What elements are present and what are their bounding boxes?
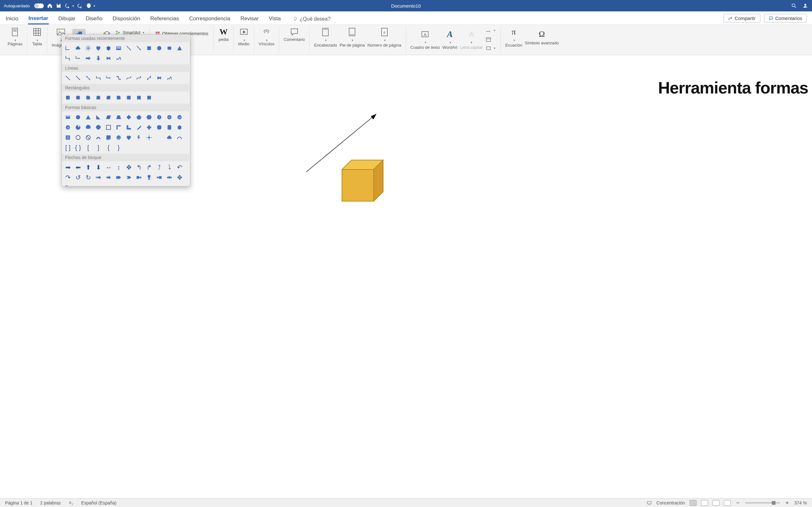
basic-can[interactable] <box>165 123 173 131</box>
status-page[interactable]: Página 1 de 1 <box>5 500 32 505</box>
zoom-in-button[interactable]: + <box>784 500 790 506</box>
shape-square[interactable] <box>145 44 153 52</box>
basic-diamond[interactable] <box>125 113 133 121</box>
basic-trapezoid[interactable] <box>114 113 123 121</box>
qat-customize-icon[interactable]: ▾ <box>94 4 95 8</box>
share-presence-icon[interactable] <box>803 3 808 9</box>
line-simple[interactable] <box>64 74 72 82</box>
share-button[interactable]: Compartir <box>723 14 760 22</box>
wordart-button[interactable]: A▾ WordArt <box>443 29 457 50</box>
basic-decagon[interactable]: 10 <box>175 113 184 121</box>
line-elbow-arrow[interactable] <box>104 74 113 82</box>
line-elbow[interactable] <box>94 74 102 82</box>
arrow-bent-left[interactable]: ↰ <box>135 163 143 171</box>
basic-brace-pair[interactable]: { } <box>74 144 82 152</box>
view-web-layout[interactable] <box>701 500 708 506</box>
basic-parallelogram[interactable] <box>104 113 113 121</box>
basic-l-shape[interactable] <box>125 123 133 131</box>
tab-inicio[interactable]: Inicio <box>5 15 19 24</box>
shape-triangle[interactable] <box>175 44 184 52</box>
basic-chord[interactable] <box>84 123 92 131</box>
shape-text-box[interactable] <box>114 44 123 52</box>
shape-heart[interactable] <box>94 44 102 52</box>
shape-rounded-rect[interactable] <box>165 44 173 52</box>
basic-oval[interactable] <box>74 113 82 121</box>
arrow-circular[interactable]: ↻ <box>64 183 72 186</box>
arrow-bent-right[interactable]: ↱ <box>145 163 153 171</box>
tell-me-search[interactable]: ¿Qué desea? <box>293 16 331 24</box>
drop-cap-button[interactable]: A▾ Letra capital <box>460 29 483 50</box>
arrow-callout-left[interactable] <box>155 173 163 181</box>
pages-button[interactable]: ▾ <box>9 26 20 42</box>
rect-rounded[interactable] <box>74 94 82 102</box>
line-curved[interactable] <box>125 74 133 82</box>
symbol-button[interactable]: Ω Símbolo avanzado <box>525 29 559 46</box>
basic-plus[interactable] <box>145 123 153 131</box>
media-button[interactable]: ▾ <box>239 26 249 42</box>
inserted-cube-shape[interactable] <box>339 157 390 205</box>
wikipedia-button[interactable]: W <box>218 26 229 38</box>
shape-cloud[interactable] <box>74 44 82 52</box>
basic-right-bracket[interactable]: ] <box>94 144 102 152</box>
basic-hexagon[interactable] <box>145 113 153 121</box>
table-button[interactable]: ▾ <box>32 26 43 42</box>
basic-left-bracket[interactable]: [ <box>84 144 92 152</box>
arrow-curved-right[interactable]: ↻ <box>84 173 92 181</box>
arrow-callout-quad[interactable]: ✥ <box>175 173 184 181</box>
arrow-left-right[interactable]: ↔ <box>104 163 113 171</box>
zoom-slider[interactable] <box>745 502 780 504</box>
footer-button[interactable]: ▾ Pie de página <box>340 26 365 48</box>
tab-disposicion[interactable]: Disposición <box>112 15 141 24</box>
autosave-toggle[interactable] <box>34 3 44 8</box>
shape-freeform[interactable] <box>104 54 113 62</box>
spellcheck-icon[interactable] <box>68 500 73 505</box>
save-icon[interactable] <box>56 3 61 9</box>
basic-plaque[interactable] <box>155 123 163 131</box>
basic-frame[interactable] <box>104 123 113 131</box>
print-icon[interactable] <box>86 3 92 9</box>
shape-arrow-line[interactable] <box>135 44 143 52</box>
shape-cube[interactable] <box>104 44 113 52</box>
shape-elbow-arrow[interactable] <box>74 54 82 62</box>
text-box-button[interactable]: A▾ Cuadro de texto <box>410 29 440 50</box>
tab-insertar[interactable]: Insertar <box>28 15 49 24</box>
basic-textbox[interactable] <box>64 113 72 121</box>
rect-square[interactable] <box>64 94 72 102</box>
basic-arc[interactable] <box>175 133 184 142</box>
undo-dropdown-icon[interactable]: ▾ <box>72 4 74 8</box>
view-outline[interactable] <box>712 500 719 506</box>
undo-icon[interactable] <box>65 3 70 9</box>
basic-right-triangle[interactable] <box>94 113 102 121</box>
equation-button[interactable]: π▾ Ecuación <box>505 26 522 48</box>
page-number-button[interactable]: #▾ Número de página <box>367 26 401 48</box>
arrow-callout-right[interactable] <box>135 173 143 181</box>
tab-diseno[interactable]: Diseño <box>85 15 103 24</box>
comments-button[interactable]: Comentarios <box>764 14 807 22</box>
zoom-out-button[interactable]: − <box>735 500 741 506</box>
line-freeform-closed[interactable] <box>155 74 163 82</box>
home-icon[interactable] <box>47 3 53 9</box>
basic-sun[interactable] <box>145 133 153 142</box>
shape-scribble[interactable] <box>114 54 123 62</box>
basic-heart[interactable] <box>125 133 133 142</box>
basic-octagon[interactable]: 8 <box>165 113 173 121</box>
shape-sun[interactable] <box>84 44 92 52</box>
basic-smiley[interactable] <box>114 133 123 142</box>
search-icon[interactable] <box>791 3 797 9</box>
basic-half-frame[interactable] <box>114 123 123 131</box>
tab-referencias[interactable]: Referencias <box>150 15 180 24</box>
rect-round1[interactable] <box>125 94 133 102</box>
signature-line-button[interactable]: ▾ <box>485 26 496 34</box>
shape-l-connector[interactable] <box>64 44 72 52</box>
tab-dibujar[interactable]: Dibujar <box>58 15 76 24</box>
basic-heptagon[interactable]: 7 <box>155 113 163 121</box>
redo-icon[interactable] <box>77 3 83 9</box>
basic-diag-stripe[interactable] <box>135 123 143 131</box>
arrow-bent-up[interactable]: ⤴ <box>155 163 163 171</box>
basic-donut[interactable] <box>74 133 82 142</box>
new-comment-button[interactable] <box>289 26 300 38</box>
header-button[interactable]: ▾ Encabezado <box>314 26 337 48</box>
object-button[interactable]: ▾ <box>485 44 496 52</box>
status-language[interactable]: Español (España) <box>81 500 116 505</box>
line-curved-arrow[interactable] <box>135 74 143 82</box>
